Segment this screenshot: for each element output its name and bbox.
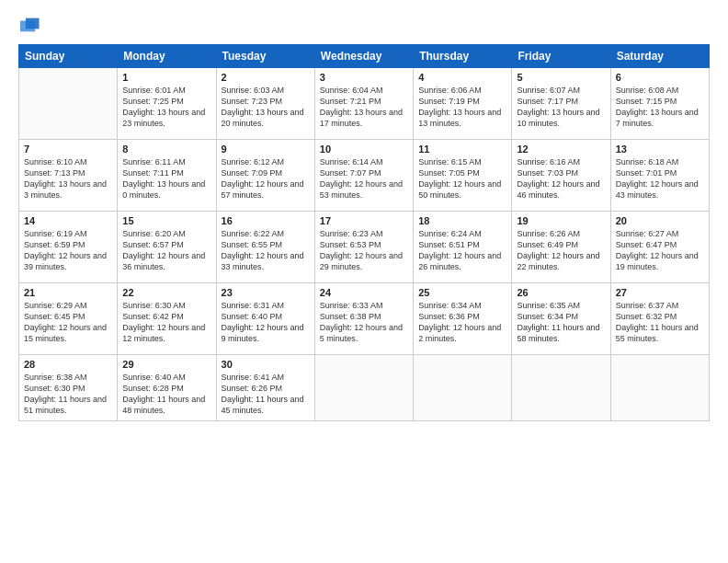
daylight-label: Daylight: 12 hours and 46 minutes. <box>517 179 599 200</box>
sunrise-label: Sunrise: 6:31 AM <box>222 301 285 310</box>
day-number: 1 <box>122 72 210 83</box>
daylight-label: Daylight: 12 hours and 33 minutes. <box>222 251 304 271</box>
sunset-label: Sunset: 7:03 PM <box>517 168 578 178</box>
calendar-cell: 8Sunrise: 6:11 AMSunset: 7:11 PMDaylight… <box>118 140 216 212</box>
day-number: 28 <box>24 359 112 370</box>
sunrise-label: Sunrise: 6:22 AM <box>222 229 285 238</box>
calendar: SundayMondayTuesdayWednesdayThursdayFrid… <box>18 44 710 421</box>
sunrise-label: Sunrise: 6:03 AM <box>222 86 285 95</box>
day-number: 26 <box>517 287 605 298</box>
calendar-cell: 11Sunrise: 6:15 AMSunset: 7:05 PMDayligh… <box>414 140 512 212</box>
day-info: Sunrise: 6:41 AMSunset: 6:26 PMDaylight:… <box>222 372 310 417</box>
day-info: Sunrise: 6:31 AMSunset: 6:40 PMDaylight:… <box>222 300 310 345</box>
day-info: Sunrise: 6:23 AMSunset: 6:53 PMDaylight:… <box>320 228 408 273</box>
day-number: 3 <box>320 72 408 83</box>
svg-marker-1 <box>20 21 35 32</box>
day-info: Sunrise: 6:04 AMSunset: 7:21 PMDaylight:… <box>320 85 408 130</box>
sunset-label: Sunset: 6:57 PM <box>122 240 184 249</box>
day-info: Sunrise: 6:34 AMSunset: 6:36 PMDaylight:… <box>418 300 506 345</box>
day-info: Sunrise: 6:26 AMSunset: 6:49 PMDaylight:… <box>517 228 605 273</box>
calendar-cell: 26Sunrise: 6:35 AMSunset: 6:34 PMDayligh… <box>512 283 610 355</box>
sunrise-label: Sunrise: 6:34 AM <box>418 301 482 310</box>
sunset-label: Sunset: 7:21 PM <box>320 97 381 106</box>
sunset-label: Sunset: 6:28 PM <box>122 384 184 393</box>
sunrise-label: Sunrise: 6:27 AM <box>616 229 679 238</box>
calendar-cell: 9Sunrise: 6:12 AMSunset: 7:09 PMDaylight… <box>216 140 314 212</box>
day-number: 4 <box>418 72 506 83</box>
calendar-cell: 19Sunrise: 6:26 AMSunset: 6:49 PMDayligh… <box>512 212 610 283</box>
calendar-header-row: SundayMondayTuesdayWednesdayThursdayFrid… <box>19 45 710 68</box>
col-header-tuesday: Tuesday <box>216 45 314 68</box>
daylight-label: Daylight: 13 hours and 17 minutes. <box>320 108 403 128</box>
daylight-label: Daylight: 12 hours and 26 minutes. <box>418 251 501 271</box>
day-info: Sunrise: 6:37 AMSunset: 6:32 PMDaylight:… <box>616 300 704 345</box>
calendar-cell: 22Sunrise: 6:30 AMSunset: 6:42 PMDayligh… <box>118 283 216 355</box>
calendar-cell <box>19 68 118 140</box>
day-number: 20 <box>616 215 704 226</box>
day-info: Sunrise: 6:29 AMSunset: 6:45 PMDaylight:… <box>24 300 112 345</box>
sunset-label: Sunset: 6:30 PM <box>24 384 85 393</box>
sunrise-label: Sunrise: 6:37 AM <box>616 301 679 310</box>
calendar-cell: 25Sunrise: 6:34 AMSunset: 6:36 PMDayligh… <box>414 283 512 355</box>
calendar-cell: 13Sunrise: 6:18 AMSunset: 7:01 PMDayligh… <box>610 140 709 212</box>
daylight-label: Daylight: 11 hours and 48 minutes. <box>122 395 205 415</box>
day-info: Sunrise: 6:01 AMSunset: 7:25 PMDaylight:… <box>122 85 210 130</box>
daylight-label: Daylight: 11 hours and 51 minutes. <box>24 395 107 415</box>
sunset-label: Sunset: 6:47 PM <box>616 240 677 249</box>
day-info: Sunrise: 6:06 AMSunset: 7:19 PMDaylight:… <box>418 85 506 130</box>
daylight-label: Daylight: 13 hours and 3 minutes. <box>24 179 107 200</box>
sunrise-label: Sunrise: 6:40 AM <box>122 373 186 382</box>
daylight-label: Daylight: 13 hours and 20 minutes. <box>222 108 304 128</box>
day-number: 15 <box>122 215 210 226</box>
sunset-label: Sunset: 7:11 PM <box>122 168 184 178</box>
daylight-label: Daylight: 12 hours and 29 minutes. <box>320 251 403 271</box>
calendar-cell: 4Sunrise: 6:06 AMSunset: 7:19 PMDaylight… <box>414 68 512 140</box>
daylight-label: Daylight: 12 hours and 53 minutes. <box>320 179 403 200</box>
sunset-label: Sunset: 7:13 PM <box>24 168 85 178</box>
page: SundayMondayTuesdayWednesdayThursdayFrid… <box>0 0 728 563</box>
day-info: Sunrise: 6:18 AMSunset: 7:01 PMDaylight:… <box>616 156 704 201</box>
calendar-cell: 28Sunrise: 6:38 AMSunset: 6:30 PMDayligh… <box>19 355 118 421</box>
col-header-saturday: Saturday <box>610 45 709 68</box>
day-number: 7 <box>24 144 112 155</box>
sunset-label: Sunset: 7:19 PM <box>418 97 480 106</box>
day-number: 21 <box>24 287 112 298</box>
daylight-label: Daylight: 13 hours and 23 minutes. <box>122 108 205 128</box>
sunrise-label: Sunrise: 6:24 AM <box>418 229 482 238</box>
calendar-cell: 30Sunrise: 6:41 AMSunset: 6:26 PMDayligh… <box>216 355 314 421</box>
day-info: Sunrise: 6:16 AMSunset: 7:03 PMDaylight:… <box>517 156 605 201</box>
sunset-label: Sunset: 6:36 PM <box>418 312 480 321</box>
sunrise-label: Sunrise: 6:29 AM <box>24 301 87 310</box>
day-info: Sunrise: 6:19 AMSunset: 6:59 PMDaylight:… <box>24 228 112 273</box>
calendar-cell: 14Sunrise: 6:19 AMSunset: 6:59 PMDayligh… <box>19 212 118 283</box>
sunrise-label: Sunrise: 6:12 AM <box>222 157 285 167</box>
sunset-label: Sunset: 6:26 PM <box>222 384 283 393</box>
day-number: 19 <box>517 215 605 226</box>
sunset-label: Sunset: 6:49 PM <box>517 240 578 249</box>
day-number: 29 <box>122 359 210 370</box>
day-number: 9 <box>222 144 310 155</box>
sunset-label: Sunset: 6:55 PM <box>222 240 283 249</box>
calendar-cell: 16Sunrise: 6:22 AMSunset: 6:55 PMDayligh… <box>216 212 314 283</box>
header <box>18 17 710 39</box>
col-header-monday: Monday <box>118 45 216 68</box>
sunrise-label: Sunrise: 6:16 AM <box>517 157 580 167</box>
daylight-label: Daylight: 12 hours and 2 minutes. <box>418 323 501 343</box>
calendar-week-2: 7Sunrise: 6:10 AMSunset: 7:13 PMDaylight… <box>19 140 710 212</box>
daylight-label: Daylight: 12 hours and 22 minutes. <box>517 251 599 271</box>
daylight-label: Daylight: 13 hours and 10 minutes. <box>517 108 599 128</box>
daylight-label: Daylight: 13 hours and 13 minutes. <box>418 108 501 128</box>
day-number: 6 <box>616 72 704 83</box>
day-info: Sunrise: 6:40 AMSunset: 6:28 PMDaylight:… <box>122 372 210 417</box>
sunset-label: Sunset: 6:40 PM <box>222 312 283 321</box>
day-number: 18 <box>418 215 506 226</box>
daylight-label: Daylight: 12 hours and 57 minutes. <box>222 179 304 200</box>
sunrise-label: Sunrise: 6:14 AM <box>320 157 383 167</box>
calendar-cell: 23Sunrise: 6:31 AMSunset: 6:40 PMDayligh… <box>216 283 314 355</box>
sunset-label: Sunset: 7:09 PM <box>222 168 283 178</box>
day-number: 30 <box>222 359 310 370</box>
daylight-label: Daylight: 12 hours and 50 minutes. <box>418 179 501 200</box>
sunrise-label: Sunrise: 6:20 AM <box>122 229 186 238</box>
sunset-label: Sunset: 6:45 PM <box>24 312 85 321</box>
day-number: 22 <box>122 287 210 298</box>
